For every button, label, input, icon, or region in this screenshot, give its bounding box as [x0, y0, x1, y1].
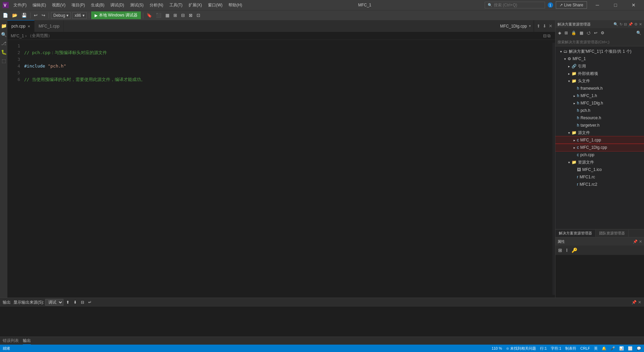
menu-edit[interactable]: 编辑(E): [30, 2, 49, 9]
breadcrumb-scope[interactable]: （全局范围）: [28, 33, 52, 39]
output-close-btn[interactable]: ✕: [638, 300, 641, 305]
activity-debug[interactable]: 🐛: [0, 48, 7, 56]
tree-targetver-h[interactable]: ▸ h targetver.h: [555, 122, 644, 129]
tree-external-deps[interactable]: ▸ 📁 外部依赖项: [555, 70, 644, 77]
status-indent[interactable]: 制表符: [565, 346, 576, 351]
activity-search[interactable]: 🔍: [0, 31, 7, 38]
tree-mfc1-cpp[interactable]: ▸ c MFC_1.cpp: [555, 136, 644, 144]
solution-search-input[interactable]: [557, 40, 642, 44]
second-editor-tab[interactable]: MFC_1Dlg.cpp ▾: [497, 20, 534, 32]
undo-btn[interactable]: ↩: [33, 12, 39, 18]
activity-explorer[interactable]: 📁: [0, 22, 7, 30]
tab-mfc1-cpp[interactable]: MFC_1.cpp: [35, 20, 64, 32]
tree-header-files[interactable]: ▾ 📁 头文件: [555, 77, 644, 85]
solution-search-box[interactable]: [555, 38, 644, 46]
output-pin-btn[interactable]: 📌: [632, 300, 637, 305]
menu-test[interactable]: 测试(S): [127, 2, 146, 9]
split-editor-icon[interactable]: ⧉: [547, 33, 550, 39]
properties-pin-btn[interactable]: 📌: [633, 239, 638, 244]
status-ready[interactable]: 就绪: [3, 346, 10, 351]
tree-mfc1-rc2[interactable]: ▸ r MFC1.rc2: [555, 181, 644, 188]
se-sync-btn[interactable]: ↻: [620, 22, 623, 27]
collapse-all-icon[interactable]: ⊟: [543, 33, 547, 38]
tree-resource-h[interactable]: ▸ h Resource.h: [555, 114, 644, 122]
tree-resource-files[interactable]: ▾ 📁 资源文件: [555, 159, 644, 166]
split-down-icon[interactable]: ⬇: [542, 23, 547, 29]
output-source-select[interactable]: 调试: [45, 299, 63, 306]
open-btn[interactable]: 📂: [11, 12, 19, 18]
save-all-btn[interactable]: 💾: [20, 12, 28, 18]
se-collapse-btn[interactable]: ⊟: [624, 22, 627, 27]
code-content[interactable]: // pch.cpp：与预编译标头对应的源文件 #include "pch.h"…: [24, 43, 552, 295]
status-zoom[interactable]: 110 %: [492, 346, 502, 350]
status-icon-1[interactable]: 🔔: [602, 346, 606, 351]
tree-mfc1-ico[interactable]: ▸ 🖼 MFC_1.ico: [555, 166, 644, 173]
status-col[interactable]: 字符:1: [551, 346, 561, 351]
menu-file[interactable]: 文件(F): [11, 2, 29, 9]
toolbar-btn-5[interactable]: ⬛: [155, 12, 163, 18]
activity-git[interactable]: ⎇: [0, 40, 7, 47]
output-wrap-btn[interactable]: ↵: [87, 299, 93, 305]
props-alpha-icon[interactable]: Ⅰ: [565, 247, 569, 254]
tab-pch-cpp-close[interactable]: ✕: [28, 25, 30, 28]
se-toolbar-btn-3[interactable]: 🔒: [570, 30, 578, 36]
breadcrumb-project[interactable]: MFC_1: [11, 34, 24, 38]
se-pin-btn[interactable]: 📌: [628, 22, 633, 27]
tree-source-files[interactable]: ▾ 📁 源文件: [555, 129, 644, 136]
platform-dropdown[interactable]: x86 ▾: [72, 12, 87, 19]
toolbar-btn-10[interactable]: ⊡: [195, 12, 202, 18]
split-up-icon[interactable]: ⬆: [536, 23, 541, 29]
menu-view[interactable]: 视图(V): [49, 2, 68, 9]
run-debug-button[interactable]: ▶ 本地 Windows 调试器: [91, 11, 141, 19]
new-file-btn[interactable]: 📄: [1, 12, 9, 18]
menu-build[interactable]: 生成(B): [88, 2, 107, 9]
tree-mfc1dlg-cpp[interactable]: ▸ c MFC_1Dlg.cpp: [555, 144, 644, 151]
toolbar-btn-8[interactable]: ⊟: [180, 12, 186, 18]
toolbar-btn-6[interactable]: ▦: [164, 12, 171, 18]
status-line[interactable]: 行:1: [540, 346, 547, 351]
se-search-toolbar-icon[interactable]: 🔍: [635, 30, 643, 36]
code-editor[interactable]: 1 2 3 4 5 6 // pch.cpp：与预编译标头对应的源文件 #inc…: [7, 40, 555, 298]
menu-project[interactable]: 项目(P): [69, 2, 88, 9]
status-icon-2[interactable]: 🎤: [610, 346, 615, 351]
debug-mode-dropdown[interactable]: Debug ▾: [51, 12, 71, 19]
tree-pch-cpp[interactable]: ▸ c pch.cpp: [555, 151, 644, 159]
live-share-button[interactable]: ↗ Live Share: [556, 1, 587, 9]
bookmark-btn[interactable]: 🔖: [145, 12, 153, 18]
se-toolbar-btn-5[interactable]: ⭯: [585, 30, 592, 36]
menu-analyze[interactable]: 分析(N): [147, 2, 166, 9]
properties-close-btn[interactable]: ✕: [639, 239, 642, 244]
status-language[interactable]: 英: [594, 346, 598, 351]
se-tab-solution[interactable]: 解决方案资源管理器: [555, 230, 596, 237]
activity-extensions[interactable]: ⬚: [0, 57, 7, 64]
status-icon-4[interactable]: ⬜: [628, 346, 633, 351]
tree-project[interactable]: ▾ ⚙ MFC_1: [555, 55, 644, 62]
status-icon-5[interactable]: 💬: [637, 346, 641, 351]
output-btn-2[interactable]: ⬇: [72, 299, 78, 305]
tree-solution-root[interactable]: ▾ 🗂 解决方案'MFC_1'(1 个项目/共 1 个): [555, 48, 644, 55]
search-input[interactable]: [494, 3, 534, 7]
se-toolbar-btn-1[interactable]: ◈: [557, 30, 562, 36]
tab-pch-cpp[interactable]: pch.cpp ✕: [7, 20, 35, 32]
menu-window[interactable]: 窗口(W): [205, 2, 225, 9]
menu-extensions[interactable]: 扩展(X): [186, 2, 205, 9]
se-search-btn[interactable]: 🔍: [613, 22, 618, 27]
redo-btn[interactable]: ↪: [40, 12, 47, 18]
status-errors[interactable]: ⊙ 未找到相关问题: [506, 346, 536, 351]
se-close-btn[interactable]: ✕: [639, 22, 642, 27]
toolbar-btn-7[interactable]: ⊞: [172, 12, 178, 18]
tree-mfc1-h[interactable]: ▸ h MFC_1.h: [555, 92, 644, 99]
search-box[interactable]: 🔍: [485, 2, 545, 8]
tree-mfc1dlg-h[interactable]: ▸ h MFC_1Dlg.h: [555, 99, 644, 107]
se-toolbar-btn-4[interactable]: ▦: [578, 30, 585, 36]
menu-tools[interactable]: 工具(T): [167, 2, 185, 9]
output-clear-btn[interactable]: ⊟: [79, 299, 86, 305]
se-toolbar-btn-2[interactable]: ⊞: [563, 30, 569, 36]
status-encoding[interactable]: CRLF: [580, 346, 590, 350]
props-grid-icon[interactable]: ⊞: [557, 247, 564, 254]
output-tab-errors[interactable]: 错误列表: [3, 337, 19, 344]
close-editor-icon[interactable]: ✕: [548, 23, 553, 29]
se-tab-team[interactable]: 团队资源管理器: [596, 230, 629, 237]
toolbar-btn-9[interactable]: ⊠: [187, 12, 194, 18]
se-toolbar-btn-7[interactable]: ⚙: [599, 30, 606, 36]
